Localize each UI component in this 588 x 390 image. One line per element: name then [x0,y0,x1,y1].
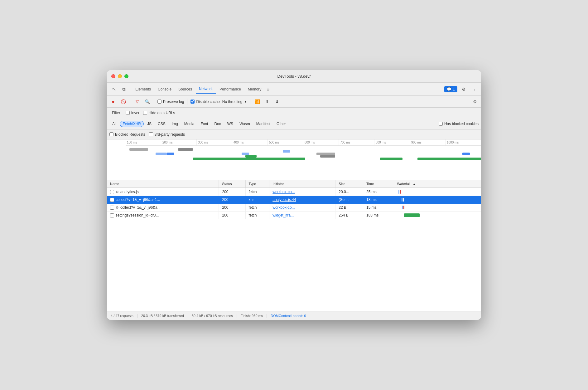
disable-cache-checkbox[interactable]: Disable cache [190,100,219,104]
wf-mini-bar-2a [402,198,402,202]
blocked-requests-checkbox[interactable]: Blocked Requests [109,132,145,137]
col-size[interactable]: Size [335,180,363,188]
initiator-link[interactable]: workbox-co... [272,190,295,194]
wf-bar-1a [156,153,167,155]
initiator-link[interactable]: analytics.js:44 [272,197,296,202]
record-button[interactable]: ● [109,98,117,105]
close-button[interactable] [111,74,115,78]
window-title: DevTools - v8.dev/ [277,74,311,79]
tick-100ms: 100 ms [126,139,161,145]
tick-700ms: 700 ms [339,139,374,145]
row-checkbox[interactable] [110,190,114,194]
filter-fetch-xhr[interactable]: Fetch/XHR [120,121,144,127]
download-icon[interactable]: ⬇ [273,98,281,105]
col-initiator[interactable]: Initiator [269,180,335,188]
type-cell: fetch [245,188,269,196]
filter-media[interactable]: Media [181,121,197,127]
preserve-log-checkbox[interactable]: Preserve log [157,100,184,104]
name-cell: ⚙ collect?v=1&_v=j96&a... [107,204,219,212]
toolbar-right: 💬 1 ⚙ ⋮ [444,85,479,94]
transferred-size: 20.3 kB / 379 kB transferred [137,314,188,318]
timeline-area: 100 ms 200 ms 300 ms 400 ms 500 ms 600 m… [107,139,481,180]
chat-icon: 💬 [447,87,451,91]
time-cell: 15 ms [363,204,394,212]
upload-icon[interactable]: ⬆ [263,98,271,105]
wf-bar-4a [283,150,290,153]
wf-mini-bar-2b [403,198,404,202]
resources-size: 50.4 kB / 970 kB resources [188,314,237,318]
settings-button[interactable]: ⚙ [459,85,468,94]
filter-js[interactable]: JS [144,121,154,127]
table-row[interactable]: ⚙ collect?v=1&_v=j96&a... 200 fetch work… [107,204,481,212]
search-button[interactable]: 🔍 [143,98,151,105]
tab-sources[interactable]: Sources [175,85,195,93]
tab-elements[interactable]: Elements [132,85,154,93]
tab-console[interactable]: Console [155,85,175,93]
divider [130,86,130,92]
requests-table: Name Status Type Initiator Size [107,180,481,311]
tick-800ms: 800 ms [374,139,410,145]
divider4 [250,99,250,105]
chat-badge[interactable]: 💬 1 [444,86,457,92]
filter-manifest[interactable]: Manifest [253,121,273,127]
filter-img[interactable]: Img [169,121,181,127]
initiator-link[interactable]: workbox-co... [272,205,295,210]
invert-checkbox[interactable]: Invert [126,111,141,115]
more-options-button[interactable]: ⋮ [470,85,479,94]
filter-icon[interactable]: ▽ [133,98,141,105]
filter-wasm[interactable]: Wasm [237,121,253,127]
network-conditions-icon[interactable]: 📶 [253,98,261,105]
tab-memory[interactable]: Memory [245,85,264,93]
minimize-button[interactable] [118,74,122,78]
row-checkbox[interactable] [110,198,114,202]
col-time[interactable]: Time [363,180,394,188]
table-row[interactable]: ⚙ analytics.js 200 fetch workbox-co... 2… [107,188,481,196]
table-row[interactable]: settings?session_id=df3... 200 fetch wid… [107,212,481,219]
cursor-icon[interactable]: ↖ [109,85,118,94]
wf-bar-1b [167,153,174,155]
type-cell: xhr [245,196,269,204]
maximize-button[interactable] [124,74,128,78]
toolbar-settings-icon[interactable]: ⚙ [471,98,479,105]
tick-200ms: 200 ms [161,139,197,145]
third-party-checkbox[interactable]: 3rd-party requests [149,132,185,137]
filter-label: Filter [109,110,123,116]
filter-bar: Filter Invert Hide data URLs [107,108,481,118]
col-name[interactable]: Name [107,180,219,188]
wf-bar-6a [380,158,402,160]
table-row[interactable]: collect?v=1&_v=j96&a=1... 200 xhr analyt… [107,196,481,204]
type-cell: fetch [245,204,269,212]
more-tabs-button[interactable]: » [265,85,271,93]
filter-all[interactable]: All [109,121,119,127]
filter-ws[interactable]: WS [224,121,236,127]
row-checkbox[interactable] [110,206,114,210]
tick-1000ms: 1000 ms [446,139,481,145]
hide-data-urls-checkbox[interactable]: Hide data URLs [143,111,175,115]
tab-performance[interactable]: Performance [216,85,244,93]
traffic-lights [111,74,128,78]
tab-network[interactable]: Network [196,85,216,94]
col-waterfall[interactable]: Waterfall ▲ [394,180,481,188]
sort-arrow-icon: ▲ [413,182,416,186]
filter-css[interactable]: CSS [155,121,168,127]
time-cell: 183 ms [363,212,394,219]
wf-mini-bar-1b [400,190,401,194]
responsive-icon[interactable]: ⧉ [119,85,128,94]
dom-content-loaded: DOMContentLoaded: 6 [267,314,310,318]
throttle-dropdown[interactable]: No throttling ▼ [222,100,247,104]
tick-400ms: 400 ms [232,139,268,145]
filter-font[interactable]: Font [198,121,211,127]
tick-500ms: 500 ms [268,139,303,145]
type-filter-bar: All Fetch/XHR JS CSS Img Media Font Doc … [107,118,481,129]
clear-button[interactable]: 🚫 [119,98,127,105]
has-blocked-cookies[interactable]: Has blocked cookies [439,122,479,126]
row-checkbox[interactable] [110,213,114,217]
col-type[interactable]: Type [245,180,269,188]
initiator-link[interactable]: widget_ifra... [272,213,294,217]
filter-other[interactable]: Other [274,121,289,127]
filter-doc[interactable]: Doc [211,121,224,127]
status-cell: 200 [219,212,245,219]
wf-bar-7b [462,153,470,155]
wf-bar-5a [316,153,335,155]
col-status[interactable]: Status [219,180,245,188]
